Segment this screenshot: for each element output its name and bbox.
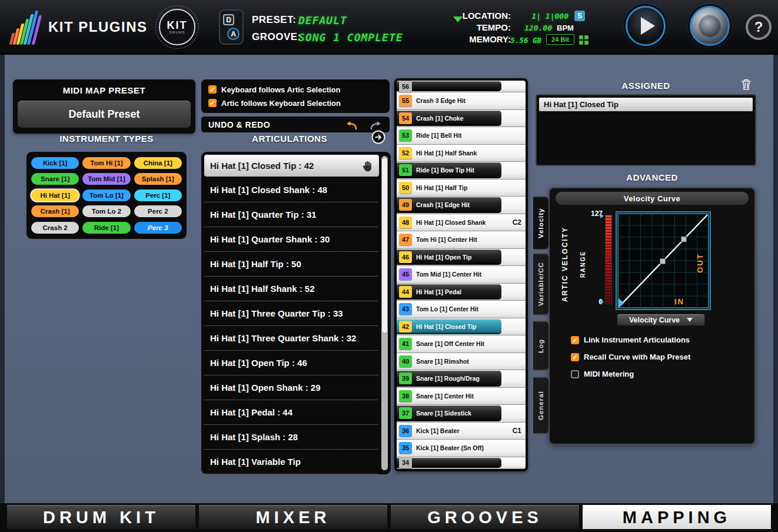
tab-log[interactable]: Log (533, 321, 550, 371)
tempo-label: TEMPO: (412, 22, 511, 32)
key-number-badge: 36 (399, 425, 412, 437)
articulation-item-hi-hat-1-pedal-44[interactable]: Hi Hat [1] Pedal : 44 (204, 400, 378, 425)
option-midi-metering[interactable]: MIDI Metering (571, 368, 690, 380)
piano-key-40[interactable]: 40Snare [1] Rimshot (397, 353, 526, 371)
piano-key-38[interactable]: 38Snare [1] Center Hit (397, 388, 526, 405)
piano-key-39[interactable]: 39Snare [1] Rough/Drag (397, 370, 526, 388)
piano-key-55[interactable]: 55Crash 3 Edge Hit (397, 92, 526, 110)
articulation-item-hi-hat-1-open-shank-29[interactable]: Hi Hat [1] Open Shank : 29 (204, 375, 378, 400)
piano-key-35[interactable]: 35Kick [1] Beater (Sn Off) (397, 440, 526, 457)
articulation-item-hi-hat-1-quarter-shank-30[interactable]: Hi Hat [1] Quarter Shank : 30 (204, 227, 378, 252)
articulation-item-hi-hat-1-half-tip-50[interactable]: Hi Hat [1] Half Tip : 50 (204, 252, 378, 277)
range-top-marker[interactable] (600, 214, 604, 218)
piano-key-47[interactable]: 47Tom Hi [1] Center Hit (397, 231, 526, 249)
option-link-instrument-articulations[interactable]: ✓Link Instrument Articulations (571, 334, 690, 346)
instrument-button-snare-1[interactable]: Snare [1] (31, 173, 79, 185)
articulations-expand-icon[interactable] (371, 130, 385, 144)
piano-key-43[interactable]: 43Tom Lo [1] Center Hit (397, 301, 526, 318)
instrument-button-perc-1[interactable]: Perc [1] (134, 189, 182, 201)
velocity-range-meter[interactable] (605, 215, 612, 304)
tab-grooves[interactable]: GROOVES (391, 505, 579, 529)
curve-handle-mid[interactable] (660, 259, 666, 264)
checkbox-icon[interactable]: ✓ (208, 85, 217, 94)
piano-key-46[interactable]: 46Hi Hat [1] Open Tip (397, 249, 526, 267)
instrument-button-tom-mid-1[interactable]: Tom Mid [1] (82, 173, 130, 185)
instrument-button-perc-3[interactable]: Perc 3 (134, 222, 182, 234)
piano-key-42[interactable]: 42Hi Hat [1] Closed Tip (397, 318, 526, 336)
tab-mapping[interactable]: MAPPING (583, 505, 771, 529)
checkbox-icon[interactable] (571, 370, 579, 378)
option-artic-follows-keyboard-selection[interactable]: ✓Artic follows Keyboard Selection (208, 97, 383, 109)
piano-key-34[interactable]: 34 (397, 457, 526, 469)
tab-drum-kit[interactable]: DRUM KIT (7, 505, 195, 529)
piano-key-44[interactable]: 44Hi Hat [1] Pedal (397, 284, 526, 301)
trash-icon[interactable] (740, 78, 753, 92)
instrument-button-tom-hi-1[interactable]: Tom Hi [1] (82, 157, 130, 169)
instrument-button-perc-2[interactable]: Perc 2 (134, 205, 182, 217)
tab-general[interactable]: General (533, 377, 550, 434)
instrument-button-kick-1[interactable]: Kick [1] (31, 157, 79, 169)
checkbox-icon[interactable]: ✓ (208, 99, 217, 107)
bit-depth-badge[interactable]: 24 Bit (546, 34, 574, 45)
undo-icon[interactable] (345, 119, 359, 130)
tab-mixer[interactable]: MIXER (199, 505, 387, 529)
option-recall-curve-with-map-preset[interactable]: ✓Recall Curve with Map Preset (571, 351, 690, 363)
key-number-badge: 38 (399, 390, 412, 402)
checkbox-icon[interactable]: ✓ (571, 336, 579, 344)
articulation-item-hi-hat-1-variable-tip[interactable]: Hi Hat [1] Variable Tip (204, 450, 378, 474)
key-label: Crash 3 Edge Hit (416, 97, 466, 104)
velocity-curve-dropdown[interactable]: Velocity Curve (617, 314, 705, 326)
articulation-label: Hi Hat [1] Half Tip : 50 (210, 259, 301, 269)
piano-key-48[interactable]: 48Hi Hat [1] Closed ShankC2 (397, 214, 526, 232)
piano-key-36[interactable]: 36Kick [1] BeaterC1 (397, 423, 526, 440)
curve-handle-upper[interactable] (681, 237, 687, 242)
play-button[interactable] (626, 6, 666, 46)
piano-key-56[interactable]: 56 (397, 81, 526, 92)
assigned-item-hi-hat-1-closed-tip[interactable]: Hi Hat [1] Closed Tip (539, 98, 753, 111)
instrument-button-hi-hat-1[interactable]: Hi Hat [1] (31, 189, 79, 201)
articulation-item-hi-hat-1-three-quarter-tip-33[interactable]: Hi Hat [1] Three Quarter Tip : 33 (204, 301, 378, 326)
piano-key-50[interactable]: 50Hi Hat [1] Half Tip (397, 179, 526, 197)
piano-key-53[interactable]: 53Ride [1] Bell Hit (397, 127, 526, 145)
instrument-button-tom-lo-1[interactable]: Tom Lo [1] (82, 189, 130, 201)
instrument-button-ride-1[interactable]: Ride [1] (82, 222, 130, 234)
instrument-button-splash-1[interactable]: Splash [1] (134, 173, 182, 185)
tab-variable-cc[interactable]: Variable/CC (533, 253, 550, 315)
chevron-down-icon (687, 318, 693, 322)
checkbox-icon[interactable]: ✓ (571, 353, 579, 361)
piano-key-45[interactable]: 45Tom Mid [1] Center Hit (397, 266, 526, 284)
instrument-button-china-1[interactable]: China [1] (134, 157, 182, 169)
articulation-item-hi-hat-1-closed-tip-42[interactable]: Hi Hat [1] Closed Tip : 42 (204, 155, 379, 177)
articulation-item-hi-hat-1-closed-shank-48[interactable]: Hi Hat [1] Closed Shank : 48 (204, 178, 378, 202)
articulation-item-hi-hat-1-open-tip-46[interactable]: Hi Hat [1] Open Tip : 46 (204, 351, 378, 375)
piano-key-37[interactable]: 37Snare [1] Sidestick (397, 405, 526, 423)
piano-key-41[interactable]: 41Snare [1] Off Center Hit (397, 335, 526, 353)
preset-value: DEFAULT (298, 14, 347, 26)
piano-key-49[interactable]: 49Crash [1] Edge Hit (397, 197, 526, 214)
redo-icon[interactable] (368, 119, 383, 130)
articulation-item-hi-hat-1-three-quarter-shank-32[interactable]: Hi Hat [1] Three Quarter Shank : 32 (204, 326, 378, 351)
key-number-badge: 53 (399, 129, 412, 141)
articulations-scrollbar-thumb[interactable] (381, 157, 388, 334)
instrument-button-crash-2[interactable]: Crash 2 (31, 222, 79, 234)
tab-velocity[interactable]: Velocity (533, 196, 550, 250)
help-button[interactable]: ? (746, 14, 772, 40)
volume-knob[interactable] (690, 6, 730, 46)
instrument-button-tom-lo-2[interactable]: Tom Lo 2 (82, 205, 130, 217)
undo-redo-label: UNDO & REDO (208, 120, 270, 129)
piano-key-51[interactable]: 51Ride [1] Bow Tip Hit (397, 162, 526, 179)
midi-map-preset-panel: MIDI MAP PRESET Default Preset (13, 79, 195, 134)
sync-badge[interactable]: S (574, 11, 585, 21)
range-bottom-marker[interactable] (600, 300, 604, 304)
instrument-button-crash-1[interactable]: Crash [1] (31, 205, 79, 217)
articulation-item-hi-hat-1-splash-28[interactable]: Hi Hat [1] Splash : 28 (204, 425, 378, 450)
velocity-curve-graph[interactable]: OUT IN (616, 211, 711, 310)
midi-map-preset-button[interactable]: Default Preset (18, 101, 191, 128)
piano-key-52[interactable]: 52Hi Hat [1] Half Shank (397, 145, 526, 162)
key-label: Tom Lo [1] Center Hit (416, 305, 478, 312)
articulation-item-hi-hat-1-half-shank-52[interactable]: Hi Hat [1] Half Shank : 52 (204, 277, 378, 301)
articulation-item-hi-hat-1-quarter-tip-31[interactable]: Hi Hat [1] Quarter Tip : 31 (204, 202, 378, 227)
option-keyboard-follows-artic-selection[interactable]: ✓Keyboard follows Artic Selection (208, 84, 383, 95)
piano-key-54[interactable]: 54Crash [1] Choke (397, 110, 526, 128)
artic-velocity-axis-label: ARTIC VELOCITY (560, 215, 570, 314)
